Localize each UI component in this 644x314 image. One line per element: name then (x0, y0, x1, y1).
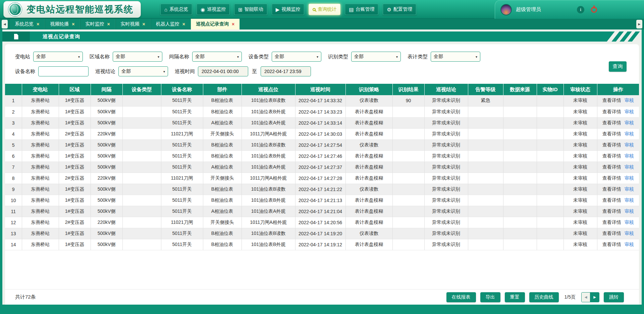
audit-link[interactable]: 审核 (625, 175, 634, 181)
audit-link[interactable]: 审核 (625, 208, 634, 214)
table-cell: 101油位表B读数 (241, 228, 295, 239)
power-icon[interactable] (591, 7, 597, 13)
column-header: 识别策略 (345, 84, 392, 95)
actions-cell: 查看详情审核 (597, 195, 639, 206)
view-detail-link[interactable]: 查看详情 (602, 142, 621, 147)
conclusion-group: 巡视结论 全部 ▾ (95, 66, 168, 76)
export-button[interactable]: 导出 (480, 292, 500, 302)
table-cell: 未审核 (564, 217, 597, 228)
table-cell (537, 217, 564, 228)
table-cell: 表计表盘模糊 (345, 195, 392, 206)
table-cell: 5011开关 (161, 150, 203, 162)
nav-smart-linkage[interactable]: ⊞智能联动 (234, 4, 267, 15)
row-index-cell: 11 (5, 206, 22, 217)
audit-link[interactable]: 审核 (625, 109, 634, 114)
tab-close-icon[interactable]: × (72, 22, 74, 26)
audit-link[interactable]: 审核 (625, 219, 634, 225)
nav-inspection-monitor[interactable]: ◉巡视监控 (197, 4, 230, 15)
bay-select[interactable]: 全部▾ (192, 52, 242, 62)
next-page-icon[interactable]: ▶ (590, 293, 599, 302)
table-cell: 1#变压器 (59, 162, 91, 173)
tab-close-icon[interactable]: × (143, 22, 145, 26)
prev-page-icon[interactable]: ◀ (582, 293, 590, 302)
view-detail-link[interactable]: 查看详情 (602, 231, 621, 236)
view-detail-link[interactable]: 查看详情 (602, 242, 621, 247)
tab-record-query[interactable]: 巡视点记录查询× (191, 19, 240, 29)
view-detail-link[interactable]: 查看详情 (602, 175, 621, 181)
table-cell: 1011刀闸A相外观 (241, 128, 295, 139)
user-avatar[interactable] (500, 4, 512, 15)
table-cell: 未审核 (564, 139, 597, 150)
table-row: 9东善桥站1#变压器500kV侧5011开关B相油位表101油位表B读数2022… (5, 184, 639, 195)
audit-link[interactable]: 审核 (625, 231, 634, 236)
view-detail-link[interactable]: 查看详情 (602, 197, 621, 203)
view-detail-link[interactable]: 查看详情 (602, 131, 621, 136)
tab-video-carousel[interactable]: 视频轮播× (45, 19, 80, 29)
view-detail-link[interactable]: 查看详情 (602, 208, 621, 214)
view-detail-link[interactable]: 查看详情 (602, 164, 621, 170)
audit-link[interactable]: 审核 (625, 153, 634, 159)
substation-select[interactable]: 全部▾ (33, 52, 83, 62)
audit-link[interactable]: 审核 (625, 197, 634, 203)
audit-link[interactable]: 审核 (625, 120, 634, 125)
tab-realtime-video[interactable]: 实时视频× (115, 19, 151, 29)
reset-button[interactable]: 重置 (505, 292, 525, 302)
meter-type-select[interactable]: 全部▾ (431, 52, 480, 62)
tab-realtime-monitor[interactable]: 实时监控× (80, 19, 115, 29)
conclusion-select[interactable]: 全部 ▾ (118, 66, 168, 76)
table-cell: 异常或未识别 (424, 184, 468, 195)
chevron-down-icon: ▾ (476, 55, 477, 59)
nav-ledger[interactable]: ▤台账管理 (345, 4, 378, 15)
table-cell: 500kV侧 (91, 206, 122, 217)
tab-label: 机器人监控 (156, 21, 179, 27)
tab-scroll-right-icon[interactable]: ▶ (636, 20, 642, 28)
tab-close-icon[interactable]: × (182, 22, 185, 26)
view-detail-link[interactable]: 查看详情 (602, 109, 621, 114)
doc-box (2, 32, 30, 42)
tab-system-overview[interactable]: 系统总览× (9, 19, 45, 29)
table-cell: 5011开关 (161, 206, 203, 217)
nav-overview[interactable]: ⌂系统总览 (160, 4, 192, 15)
device-type-select[interactable]: 全部▾ (272, 52, 321, 62)
nav-video-monitor[interactable]: ▶视频监控 (272, 4, 305, 15)
recognition-type-select-label: 识别类型 (328, 54, 348, 60)
audit-link[interactable]: 审核 (625, 242, 634, 247)
info-icon[interactable]: i (577, 6, 584, 13)
tab-label: 视频轮播 (50, 21, 69, 27)
recognition-type-select[interactable]: 全部▾ (351, 52, 401, 62)
view-detail-link[interactable]: 查看详情 (602, 186, 621, 192)
audit-link[interactable]: 审核 (625, 164, 634, 170)
view-detail-link[interactable]: 查看详情 (602, 219, 621, 225)
table-cell: 未审核 (564, 95, 597, 106)
area-select[interactable]: 全部▾ (113, 52, 162, 62)
view-detail-link[interactable]: 查看详情 (602, 98, 621, 103)
tab-label: 巡视点记录查询 (196, 21, 229, 27)
table-cell (503, 239, 537, 250)
audit-link[interactable]: 审核 (625, 131, 634, 136)
row-index-cell: 4 (5, 128, 22, 139)
jump-button[interactable]: 跳转 (604, 292, 624, 302)
audit-link[interactable]: 审核 (625, 98, 634, 103)
device-name-input[interactable] (38, 66, 89, 76)
audit-link[interactable]: 审核 (625, 142, 634, 147)
time-from-input[interactable]: 2022-04-01 00:00 (198, 66, 248, 76)
table-cell: 表计表盘模糊 (345, 128, 392, 139)
nav-config[interactable]: ⚙配置管理 (383, 4, 416, 15)
tab-close-icon[interactable]: × (37, 22, 39, 26)
online-report-button[interactable]: 在线报表 (446, 292, 476, 302)
tab-robot-monitor[interactable]: 机器人监控× (151, 19, 191, 29)
time-to-input[interactable]: 2022-04-17 23:59 (261, 66, 311, 76)
tab-close-icon[interactable]: × (232, 22, 234, 26)
table-cell: 未审核 (564, 228, 597, 239)
tab-scroll-left-icon[interactable]: ◀ (2, 20, 8, 28)
history-curve-button[interactable]: 历史曲线 (529, 292, 559, 302)
nav-query-stats[interactable]: 查询统计 (309, 4, 340, 15)
tab-close-icon[interactable]: × (107, 22, 110, 26)
column-header: 识别结果 (392, 84, 424, 95)
table-cell (122, 95, 161, 106)
audit-link[interactable]: 审核 (625, 186, 634, 192)
app-root: 变电站远程智能巡视系统 ⌂系统总览◉巡视监控⊞智能联动▶视频监控查询统计▤台账管… (0, 0, 644, 314)
search-button[interactable]: 查询 (609, 61, 627, 72)
view-detail-link[interactable]: 查看详情 (602, 153, 621, 159)
view-detail-link[interactable]: 查看详情 (602, 120, 621, 125)
